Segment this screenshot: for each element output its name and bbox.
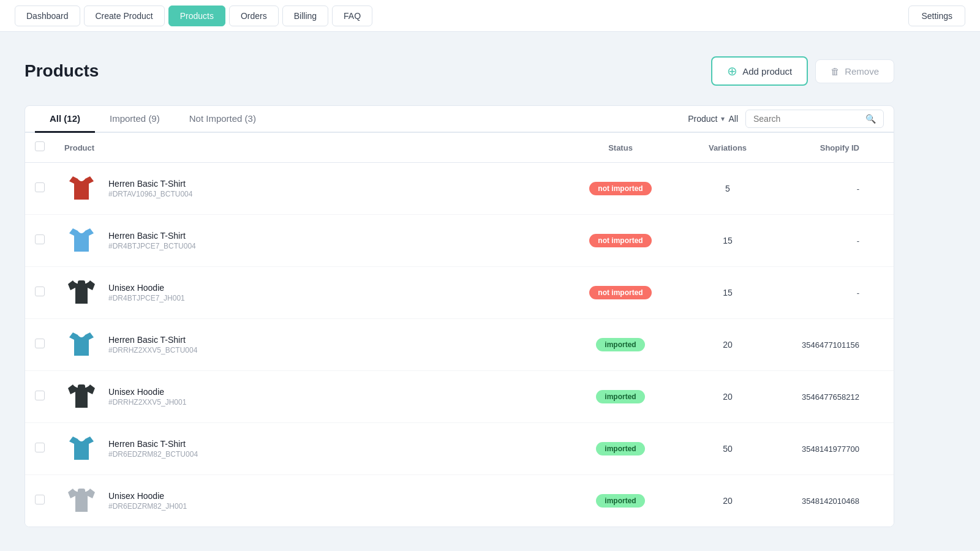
- product-info: Herren Basic T-Shirt #DR6EDZRM82_BCTU004: [108, 439, 198, 459]
- row-checkbox[interactable]: [35, 182, 45, 192]
- variations-cell: 5: [682, 184, 774, 193]
- shopify-id-cell: 3548141977700: [774, 444, 884, 454]
- search-icon: 🔍: [865, 114, 876, 124]
- status-cell: imported: [559, 338, 682, 351]
- filter-all-value: All: [728, 114, 738, 124]
- variations-cell: 20: [682, 496, 774, 506]
- nav-orders[interactable]: Orders: [229, 6, 279, 26]
- product-info: Herren Basic T-Shirt #DRTAV1096J_BCTU004: [108, 179, 192, 198]
- product-name: Herren Basic T-Shirt: [108, 335, 197, 345]
- shopify-id-cell: 3548142010468: [774, 497, 884, 506]
- tab-imported[interactable]: Imported (9): [95, 106, 175, 133]
- products-table: All (12) Imported (9) Not Imported (3) P…: [24, 105, 894, 527]
- product-cell: Herren Basic T-Shirt #DRTAV1096J_BCTU004: [64, 171, 559, 206]
- search-input[interactable]: [753, 114, 861, 124]
- row-checkbox-col: [35, 391, 64, 403]
- row-checkbox[interactable]: [35, 234, 45, 244]
- row-checkbox[interactable]: [35, 495, 45, 504]
- status-badge: imported: [596, 338, 644, 351]
- product-name: Herren Basic T-Shirt: [108, 439, 198, 449]
- table-row: Unisex Hoodie #DRRHZ2XXV5_JH001 imported…: [25, 371, 894, 423]
- table-row: Herren Basic T-Shirt #DR6EDZRM82_BCTU004…: [25, 423, 894, 475]
- settings-button[interactable]: Settings: [908, 6, 965, 26]
- table-row: Herren Basic T-Shirt #DRTAV1096J_BCTU004…: [25, 163, 894, 215]
- product-info: Herren Basic T-Shirt #DR4BTJPCE7_BCTU004: [108, 231, 196, 250]
- remove-button[interactable]: 🗑 Remove: [815, 59, 894, 83]
- row-checkbox-col: [35, 234, 64, 247]
- filter-bar: All (12) Imported (9) Not Imported (3) P…: [25, 106, 894, 133]
- navbar: Dashboard Create Product Products Orders…: [0, 0, 980, 32]
- product-cell: Herren Basic T-Shirt #DRRHZ2XXV5_BCTU004: [64, 328, 559, 362]
- product-filter-label: Product: [688, 114, 717, 124]
- svg-rect-1: [78, 384, 85, 391]
- product-sku: #DRRHZ2XXV5_BCTU004: [108, 346, 197, 354]
- nav-faq[interactable]: FAQ: [332, 6, 372, 26]
- shopify-id-cell: -: [774, 184, 884, 193]
- filter-right: Product ▾ All 🔍: [688, 110, 884, 128]
- nav-create-product[interactable]: Create Product: [84, 6, 165, 26]
- page-title: Products: [24, 61, 99, 81]
- product-thumbnail: [64, 276, 99, 310]
- select-all-checkbox[interactable]: [35, 141, 45, 151]
- nav-dashboard[interactable]: Dashboard: [15, 6, 80, 26]
- row-checkbox-col: [35, 495, 64, 507]
- table-row: Unisex Hoodie #DR4BTJPCE7_JH001 not impo…: [25, 267, 894, 319]
- product-thumbnail: [64, 223, 99, 258]
- nav-billing[interactable]: Billing: [282, 6, 328, 26]
- row-checkbox[interactable]: [35, 339, 45, 348]
- row-checkbox-col: [35, 443, 64, 455]
- product-info: Unisex Hoodie #DR4BTJPCE7_JH001: [108, 283, 185, 302]
- table-row: Herren Basic T-Shirt #DRRHZ2XXV5_BCTU004…: [25, 319, 894, 371]
- status-cell: imported: [559, 494, 682, 508]
- plus-icon: ⊕: [727, 64, 737, 78]
- row-checkbox[interactable]: [35, 443, 45, 452]
- col-variations: Variations: [682, 143, 774, 152]
- page-header: Products ⊕ Add product 🗑 Remove: [24, 56, 894, 86]
- product-info: Unisex Hoodie #DRRHZ2XXV5_JH001: [108, 387, 186, 407]
- product-cell: Herren Basic T-Shirt #DR4BTJPCE7_BCTU004: [64, 223, 559, 258]
- product-sku: #DR4BTJPCE7_JH001: [108, 294, 185, 302]
- row-checkbox[interactable]: [35, 287, 45, 296]
- main-content: Products ⊕ Add product 🗑 Remove All (12)…: [0, 32, 919, 551]
- nav-items: Dashboard Create Product Products Orders…: [15, 6, 372, 26]
- variations-cell: 20: [682, 340, 774, 350]
- tab-all[interactable]: All (12): [35, 106, 95, 133]
- product-sku: #DR6EDZRM82_BCTU004: [108, 450, 198, 459]
- tabs: All (12) Imported (9) Not Imported (3): [35, 106, 271, 132]
- product-filter: Product ▾ All: [688, 114, 738, 124]
- status-badge: imported: [596, 390, 644, 403]
- product-sku: #DR4BTJPCE7_BCTU004: [108, 242, 196, 250]
- row-checkbox[interactable]: [35, 391, 45, 400]
- nav-products[interactable]: Products: [168, 6, 225, 26]
- add-product-label: Add product: [742, 66, 792, 77]
- table-row: Unisex Hoodie #DR6EDZRM82_JH001 imported…: [25, 475, 894, 527]
- header-checkbox-col: [35, 141, 64, 154]
- tab-not-imported[interactable]: Not Imported (3): [175, 106, 271, 133]
- product-cell: Unisex Hoodie #DRRHZ2XXV5_JH001: [64, 380, 559, 414]
- trash-icon: 🗑: [831, 66, 840, 77]
- shopify-id-cell: -: [774, 288, 884, 298]
- status-badge: imported: [596, 494, 644, 508]
- product-sku: #DRTAV1096J_BCTU004: [108, 190, 192, 198]
- product-thumbnail: [64, 171, 99, 206]
- shopify-id-cell: 3546477658212: [774, 392, 884, 402]
- product-name: Unisex Hoodie: [108, 283, 185, 293]
- col-status: Status: [559, 143, 682, 152]
- status-badge: imported: [596, 442, 644, 455]
- row-checkbox-col: [35, 182, 64, 195]
- col-shopify-id: Shopify ID: [774, 143, 884, 152]
- search-box: 🔍: [745, 110, 884, 128]
- status-cell: not imported: [559, 286, 682, 299]
- product-cell: Unisex Hoodie #DR6EDZRM82_JH001: [64, 484, 559, 518]
- remove-label: Remove: [845, 66, 879, 77]
- add-product-button[interactable]: ⊕ Add product: [711, 56, 808, 86]
- product-name: Herren Basic T-Shirt: [108, 179, 192, 189]
- status-badge: not imported: [589, 286, 651, 299]
- table-row: Herren Basic T-Shirt #DR4BTJPCE7_BCTU004…: [25, 215, 894, 267]
- variations-cell: 15: [682, 236, 774, 246]
- status-cell: not imported: [559, 234, 682, 247]
- chevron-down-icon: ▾: [721, 114, 725, 123]
- shopify-id-cell: -: [774, 236, 884, 246]
- product-info: Unisex Hoodie #DR6EDZRM82_JH001: [108, 491, 187, 511]
- variations-cell: 15: [682, 288, 774, 298]
